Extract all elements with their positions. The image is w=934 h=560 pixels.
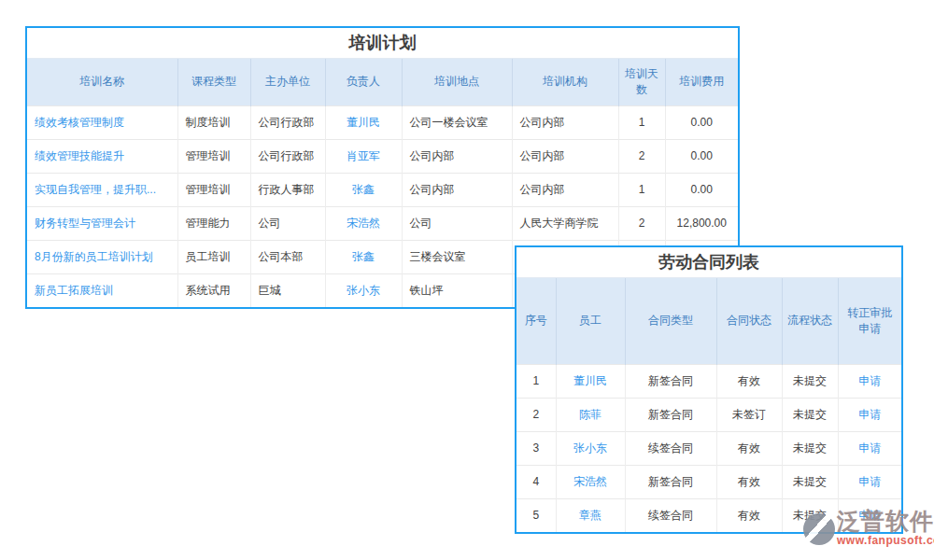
table-row: 绩效管理技能提升 管理培训 公司行政部 肖亚军 公司内部 公司内部 2 0.00 xyxy=(27,139,738,173)
col-header-training-name: 培训名称 xyxy=(27,59,177,105)
table-row: 1 董川民 新签合同 有效 未提交 申请 xyxy=(517,364,901,398)
table-row: 3 张小东 续签合同 有效 未提交 申请 xyxy=(517,431,901,465)
table-row: 2 陈菲 新签合同 未签订 未提交 申请 xyxy=(517,398,901,431)
contract-type-cell: 新签合同 xyxy=(625,465,716,498)
course-type-cell: 管理培训 xyxy=(177,139,250,173)
person-link[interactable]: 宋浩然 xyxy=(325,206,402,240)
no-cell: 3 xyxy=(517,431,556,465)
apply-link[interactable]: 申请 xyxy=(838,465,901,498)
no-cell: 5 xyxy=(517,498,556,532)
contract-type-cell: 续签合同 xyxy=(625,431,716,465)
employee-link[interactable]: 章燕 xyxy=(556,498,625,532)
person-link[interactable]: 张鑫 xyxy=(325,173,402,206)
contract-status-cell: 未签订 xyxy=(716,398,782,431)
contract-status-cell: 有效 xyxy=(716,465,782,498)
no-cell: 4 xyxy=(517,465,556,498)
days-cell: 2 xyxy=(618,206,665,240)
employee-link[interactable]: 陈菲 xyxy=(556,398,625,431)
labor-contracts-table: 序号 员工 合同类型 合同状态 流程状态 转正审批申请 1 董川民 新签合同 有… xyxy=(517,278,901,532)
table-row: 4 宋浩然 新签合同 有效 未提交 申请 xyxy=(517,465,901,498)
location-cell: 公司一楼会议室 xyxy=(402,105,512,139)
employee-link[interactable]: 宋浩然 xyxy=(556,465,625,498)
host-unit-cell: 巨城 xyxy=(250,273,325,307)
course-type-cell: 员工培训 xyxy=(177,240,250,273)
employee-link[interactable]: 董川民 xyxy=(556,364,625,398)
contracts-header-row: 序号 员工 合同类型 合同状态 流程状态 转正审批申请 xyxy=(517,278,901,364)
days-cell: 2 xyxy=(618,139,665,173)
col-header-apply: 转正审批申请 xyxy=(838,278,901,364)
person-link[interactable]: 张鑫 xyxy=(325,240,402,273)
contract-type-cell: 新签合同 xyxy=(625,398,716,431)
person-link[interactable]: 肖亚军 xyxy=(325,139,402,173)
contract-status-cell: 有效 xyxy=(716,431,782,465)
col-header-location: 培训地点 xyxy=(402,59,512,105)
institution-cell: 公司内部 xyxy=(512,105,618,139)
location-cell: 公司 xyxy=(402,206,512,240)
training-plan-title: 培训计划 xyxy=(27,28,738,59)
table-row: 财务转型与管理会计 管理能力 公司 宋浩然 公司 人民大学商学院 2 12,80… xyxy=(27,206,738,240)
fee-cell: 0.00 xyxy=(665,173,738,206)
apply-link[interactable]: 申请 xyxy=(838,398,901,431)
person-link[interactable]: 董川民 xyxy=(325,105,402,139)
col-header-contract-status: 合同状态 xyxy=(716,278,782,364)
fee-cell: 0.00 xyxy=(665,105,738,139)
fee-cell: 0.00 xyxy=(665,139,738,173)
course-type-cell: 管理培训 xyxy=(177,173,250,206)
col-header-contract-type: 合同类型 xyxy=(625,278,716,364)
process-status-cell: 未提交 xyxy=(782,465,838,498)
brand-name: 泛普软件 xyxy=(837,510,934,533)
col-header-fee: 培训费用 xyxy=(665,59,738,105)
col-header-course-type: 课程类型 xyxy=(177,59,250,105)
table-row: 绩效考核管理制度 制度培训 公司行政部 董川民 公司一楼会议室 公司内部 1 0… xyxy=(27,105,738,139)
training-name-link[interactable]: 实现自我管理，提升职... xyxy=(27,173,177,206)
training-name-link[interactable]: 绩效管理技能提升 xyxy=(27,139,177,173)
fee-cell: 12,800.00 xyxy=(665,206,738,240)
col-header-days: 培训天数 xyxy=(618,59,665,105)
table-row: 实现自我管理，提升职... 管理培训 行政人事部 张鑫 公司内部 公司内部 1 … xyxy=(27,173,738,206)
process-status-cell: 未提交 xyxy=(782,398,838,431)
institution-cell: 公司内部 xyxy=(512,173,618,206)
contract-type-cell: 新签合同 xyxy=(625,364,716,398)
host-unit-cell: 公司本部 xyxy=(250,240,325,273)
location-cell: 公司内部 xyxy=(402,139,512,173)
process-status-cell: 未提交 xyxy=(782,431,838,465)
training-name-link[interactable]: 新员工拓展培训 xyxy=(27,273,177,307)
col-header-no: 序号 xyxy=(517,278,556,364)
days-cell: 1 xyxy=(618,105,665,139)
col-header-institution: 培训机构 xyxy=(512,59,618,105)
course-type-cell: 管理能力 xyxy=(177,206,250,240)
process-status-cell: 未提交 xyxy=(782,364,838,398)
location-cell: 公司内部 xyxy=(402,173,512,206)
employee-link[interactable]: 张小东 xyxy=(556,431,625,465)
no-cell: 1 xyxy=(517,364,556,398)
institution-cell: 公司内部 xyxy=(512,139,618,173)
training-name-link[interactable]: 财务转型与管理会计 xyxy=(27,206,177,240)
page: 培训计划 培训名称 课程类型 主办单位 负责人 培训地点 培训机构 培训天数 培… xyxy=(0,0,934,560)
apply-link[interactable]: 申请 xyxy=(838,364,901,398)
person-link[interactable]: 张小东 xyxy=(325,273,402,307)
training-name-link[interactable]: 绩效考核管理制度 xyxy=(27,105,177,139)
labor-contracts-title: 劳动合同列表 xyxy=(517,247,901,278)
contract-status-cell: 有效 xyxy=(716,364,782,398)
host-unit-cell: 公司 xyxy=(250,206,325,240)
contract-type-cell: 续签合同 xyxy=(625,498,716,532)
host-unit-cell: 行政人事部 xyxy=(250,173,325,206)
institution-cell: 人民大学商学院 xyxy=(512,206,618,240)
no-cell: 2 xyxy=(517,398,556,431)
col-header-process-status: 流程状态 xyxy=(782,278,838,364)
days-cell: 1 xyxy=(618,173,665,206)
contract-status-cell: 有效 xyxy=(716,498,782,532)
col-header-employee: 员工 xyxy=(556,278,625,364)
location-cell: 三楼会议室 xyxy=(402,240,512,273)
training-header-row: 培训名称 课程类型 主办单位 负责人 培训地点 培训机构 培训天数 培训费用 xyxy=(27,59,738,105)
apply-link[interactable]: 申请 xyxy=(838,431,901,465)
labor-contracts-panel: 劳动合同列表 序号 员工 合同类型 合同状态 流程状态 转正审批申请 1 xyxy=(515,245,903,534)
course-type-cell: 系统试用 xyxy=(177,273,250,307)
col-header-host-unit: 主办单位 xyxy=(250,59,325,105)
course-type-cell: 制度培训 xyxy=(177,105,250,139)
training-name-link[interactable]: 8月份新的员工培训计划 xyxy=(27,240,177,273)
brand-url: www.fanpusoft.com xyxy=(837,535,934,546)
fanpu-logo-icon xyxy=(803,513,835,545)
host-unit-cell: 公司行政部 xyxy=(250,139,325,173)
col-header-person: 负责人 xyxy=(325,59,402,105)
